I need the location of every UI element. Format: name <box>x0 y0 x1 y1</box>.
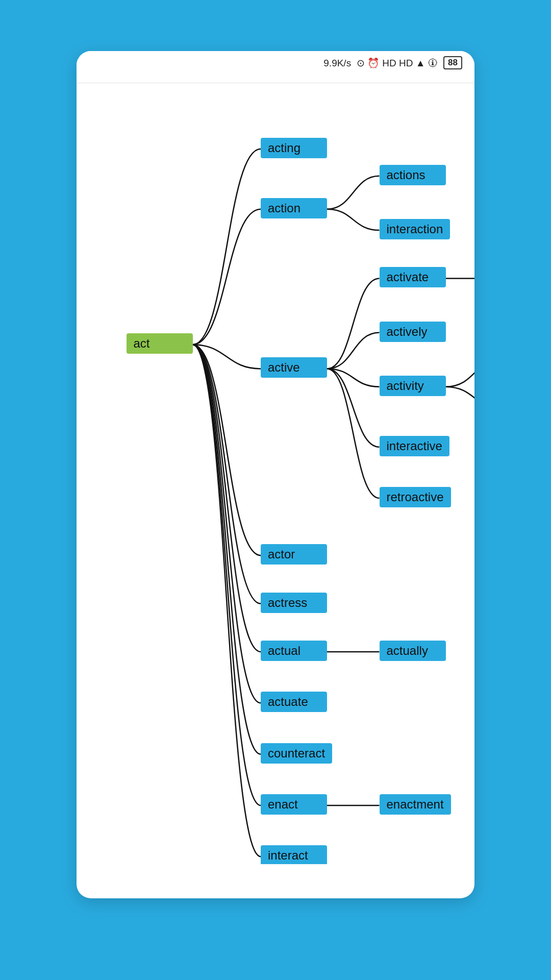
node-interactive[interactable]: interactive <box>380 436 449 456</box>
node-act[interactable]: act <box>127 333 193 354</box>
node-actions[interactable]: actions <box>380 165 446 185</box>
node-actress[interactable]: actress <box>261 593 327 613</box>
node-actually[interactable]: actually <box>380 641 446 661</box>
node-interaction[interactable]: interaction <box>380 219 450 239</box>
node-action[interactable]: action <box>261 198 327 218</box>
node-retroactive[interactable]: retroactive <box>380 487 451 507</box>
header-title <box>0 0 551 51</box>
status-icons: 9.9K/s ⊙ ⏰ HD HD ▲ 🛈 88 <box>323 56 462 69</box>
node-actively[interactable]: actively <box>380 322 446 342</box>
node-active[interactable]: active <box>261 357 327 378</box>
node-counteract[interactable]: counteract <box>261 743 332 764</box>
node-interact[interactable]: interact <box>261 845 327 864</box>
node-acting[interactable]: acting <box>261 138 327 158</box>
node-actuate[interactable]: actuate <box>261 692 327 712</box>
node-actual[interactable]: actual <box>261 641 327 661</box>
tree-area: actactingactionactionsinteractionactivea… <box>77 83 474 864</box>
node-activate[interactable]: activate <box>380 267 446 287</box>
status-bar: 9.9K/s ⊙ ⏰ HD HD ▲ 🛈 88 <box>77 51 474 72</box>
node-activity[interactable]: activity <box>380 376 446 396</box>
app-bar <box>77 72 474 83</box>
phone-frame: 9.9K/s ⊙ ⏰ HD HD ▲ 🛈 88 actactingactiona… <box>77 51 474 898</box>
node-enact[interactable]: enact <box>261 794 327 815</box>
node-actor[interactable]: actor <box>261 544 327 565</box>
node-enactment[interactable]: enactment <box>380 794 451 815</box>
